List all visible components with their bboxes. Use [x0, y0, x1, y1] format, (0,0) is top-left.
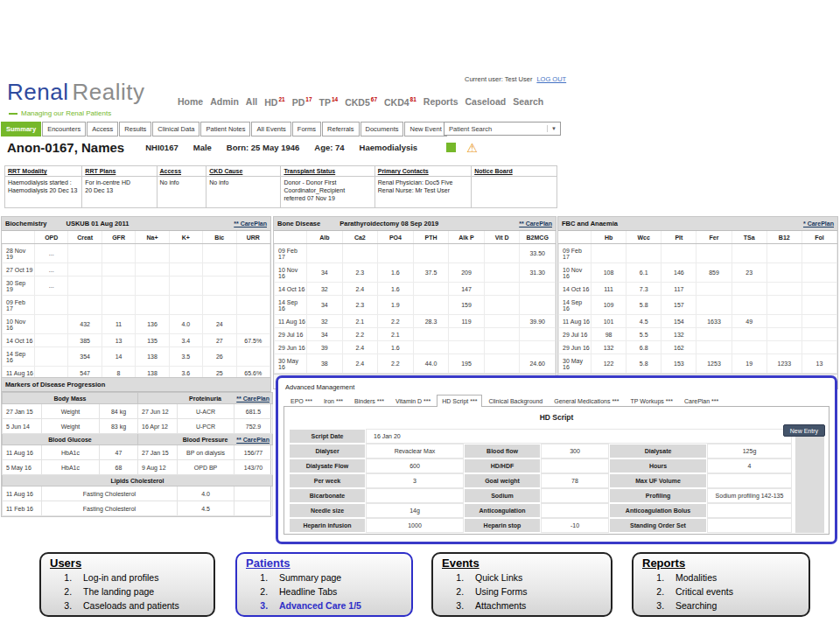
value-cell: 2.2	[342, 328, 378, 341]
warning-icon[interactable]: ⚠	[466, 142, 478, 154]
legend-list: ModalitiesCritical eventsSearching	[642, 571, 802, 612]
date-cell: 14 Sep 16	[3, 347, 35, 367]
value-cell	[234, 486, 273, 501]
marker-row[interactable]: 27 Jan 15Weight84 kg27 Jun 12U-ACR681.5	[3, 404, 273, 419]
tab-new-event[interactable]: New Event	[404, 122, 446, 136]
table-row[interactable]: 09 Feb 1733.50	[275, 244, 556, 263]
form-value[interactable]: -10	[541, 518, 609, 533]
tab-access[interactable]: Access	[87, 122, 118, 136]
tab-results[interactable]: Results	[119, 122, 151, 136]
form-value[interactable]	[541, 503, 609, 518]
marker-row[interactable]: 11 Feb 16Fasting Cholesterol4.5	[3, 501, 273, 516]
adv-tab-binders[interactable]: Binders ***	[349, 395, 389, 407]
form-value[interactable]	[707, 503, 792, 518]
adv-tab-careplan[interactable]: CarePlan ***	[679, 395, 724, 407]
form-value[interactable]: Revaclear Max	[366, 444, 464, 458]
table-row[interactable]: 10 Nov 16342.31.637.520931.30	[275, 263, 556, 283]
new-entry-button[interactable]: New Entry	[783, 424, 825, 437]
nav-item-admin[interactable]: Admin	[210, 96, 239, 108]
table-row[interactable]: 10 Nov 16432111364.024	[3, 315, 270, 334]
app-logo: RenalReality	[7, 80, 144, 103]
form-value[interactable]	[366, 488, 464, 503]
table-row[interactable]: 29 Jun 161326.8162	[559, 341, 837, 354]
nav-item-hd[interactable]: HD21	[264, 96, 284, 108]
nav-item-all[interactable]: All	[246, 96, 257, 108]
marker-row[interactable]: 5 May 16HbA1c689 Aug 12OPD BP143/70	[3, 460, 273, 475]
careplan-link[interactable]: * CarePlan	[803, 220, 834, 227]
form-value[interactable]	[707, 473, 792, 488]
table-row[interactable]: 10 Nov 161086.114685923	[559, 263, 837, 283]
form-value[interactable]: 16 Jan 20	[366, 429, 792, 444]
table-row[interactable]: 09 Feb 17	[559, 244, 837, 263]
form-value[interactable]: Sodium profiling 142-135	[707, 488, 792, 503]
nav-item-tp[interactable]: TP14	[319, 96, 339, 108]
careplan-link[interactable]: ** CarePlan	[236, 437, 270, 443]
form-value[interactable]	[541, 458, 609, 473]
form-value[interactable]: 78	[541, 473, 609, 488]
patient-search-dropdown[interactable]: Patient Search ▼	[444, 122, 561, 136]
table-row[interactable]: 09 Feb 17	[3, 296, 270, 315]
nav-item-ckd4[interactable]: CKD481	[384, 96, 416, 108]
adv-tab-iron[interactable]: Iron ***	[318, 395, 348, 407]
table-row[interactable]: 30 May 161225.8153125319123313	[559, 354, 837, 374]
table-row[interactable]: 14 Oct 16385131353.42767.5%	[3, 334, 270, 347]
form-value[interactable]: 1000	[366, 518, 464, 533]
value-cell	[236, 276, 270, 296]
table-row[interactable]: 27 Oct 19...	[3, 263, 270, 276]
tab-forms[interactable]: Forms	[292, 122, 321, 136]
careplan-link[interactable]: ** CarePlan	[234, 220, 267, 227]
nav-item-caseload[interactable]: Caseload	[466, 96, 507, 108]
table-row[interactable]: 14 Sep 16354141383.526	[3, 347, 270, 367]
table-row[interactable]: 30 May 16382.42.244.019524.60	[275, 354, 556, 374]
table-row[interactable]: 11 Aug 161014.5154163349	[559, 315, 837, 328]
tab-clinical-data[interactable]: Clinical Data	[152, 122, 200, 136]
table-row[interactable]: 14 Sep 16342.31.9159	[275, 296, 556, 315]
adv-tab-general-medications[interactable]: General Medications ***	[549, 395, 624, 407]
adv-tab-vitamin-d[interactable]: Vitamin D ***	[390, 395, 436, 407]
form-value[interactable]	[541, 488, 609, 503]
date-cell: 30 May 16	[559, 354, 592, 374]
value-cell: 2.4	[342, 354, 378, 374]
careplan-link[interactable]: ** CarePlan	[519, 220, 552, 227]
adv-tab-tp-workups[interactable]: TP Workups ***	[626, 395, 678, 407]
form-value[interactable]: 14g	[366, 503, 464, 518]
table-row[interactable]: 29 Jun 16392.41.6	[275, 341, 556, 354]
marker-row[interactable]: 5 Jun 14Weight83 kg16 Apr 12U-PCR752.9	[3, 419, 273, 434]
tab-referrals[interactable]: Referrals	[322, 122, 359, 136]
value-cell	[766, 328, 802, 341]
nav-item-search[interactable]: Search	[513, 96, 543, 108]
nav-item-home[interactable]: Home	[178, 96, 203, 108]
tab-summary[interactable]: Summary	[1, 122, 41, 136]
adv-tab-hd-script[interactable]: HD Script ***	[437, 395, 482, 407]
tab-encounters[interactable]: Encounters	[42, 122, 86, 136]
form-value[interactable]: 300	[541, 444, 609, 458]
logout-link[interactable]: LOG OUT	[536, 75, 566, 83]
nav-count: 21	[278, 96, 284, 102]
careplan-link[interactable]: ** CarePlan	[236, 396, 270, 402]
table-row[interactable]: 14 Sep 161095.8157	[559, 296, 837, 315]
table-row[interactable]: 11 Aug 16322.12.228.311939.90	[275, 315, 556, 328]
tab-patient-notes[interactable]: Patient Notes	[200, 122, 250, 136]
table-row[interactable]: 29 Jul 16342.22.1	[275, 328, 556, 341]
marker-row[interactable]: 11 Aug 16Fasting Cholesterol4.0	[3, 486, 273, 501]
table-row[interactable]: 29 Jul 16985.5132	[559, 328, 837, 341]
table-row[interactable]: 28 Nov 19...	[3, 244, 270, 263]
table-row[interactable]: 14 Oct 161117.3117	[559, 283, 837, 296]
nav-item-pd[interactable]: PD17	[292, 96, 312, 108]
form-value[interactable]	[707, 518, 792, 533]
value-cell: 13	[102, 334, 135, 347]
adv-tab-clinical-background[interactable]: Clinical Background	[483, 395, 548, 407]
adv-tab-epo[interactable]: EPO ***	[285, 395, 318, 407]
nav-item-ckd5[interactable]: CKD567	[345, 96, 377, 108]
table-row[interactable]: 30 Sep 19...	[3, 276, 270, 296]
marker-row[interactable]: 11 Aug 16HbA1c4727 Jan 15BP on dialysis1…	[3, 445, 273, 460]
form-value[interactable]: 4	[707, 458, 792, 473]
tab-all-events[interactable]: All Events	[251, 122, 290, 136]
tab-documents[interactable]: Documents	[360, 122, 404, 136]
value-cell: ...	[35, 244, 68, 263]
form-value[interactable]: 600	[366, 458, 464, 473]
table-row[interactable]: 14 Oct 16322.41.6147	[275, 283, 556, 296]
form-value[interactable]: 3	[366, 473, 464, 488]
nav-item-reports[interactable]: Reports	[424, 96, 458, 108]
form-value[interactable]: 125g	[707, 444, 792, 458]
